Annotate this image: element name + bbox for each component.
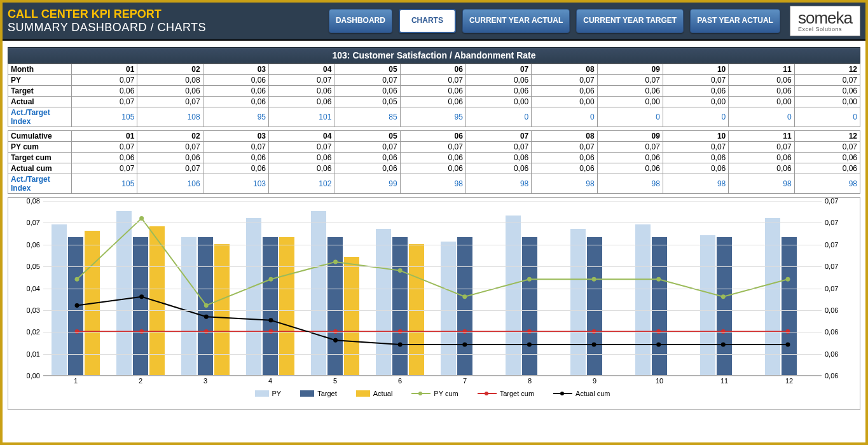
logo-name: someka — [798, 10, 852, 26]
bar-actual-3 — [214, 244, 230, 375]
y-right-tick: 0,07 — [825, 263, 850, 270]
x-tick: 6 — [368, 376, 432, 387]
chart-title: 103: Customer Satisfaction / Abandonment… — [8, 47, 860, 64]
app-frame: CALL CENTER KPI REPORT SUMMARY DASHBOARD… — [0, 0, 868, 445]
chart-container: 0,000,010,020,030,040,050,060,070,080,06… — [8, 197, 860, 410]
x-tick: 12 — [757, 376, 822, 387]
y-right-tick: 0,06 — [825, 306, 850, 314]
x-tick: 10 — [627, 376, 692, 387]
bar-py-9 — [570, 229, 586, 375]
chart-legend: PY Target Actual PY cum Target cum Actua… — [11, 390, 853, 397]
legend-line-pycum — [411, 393, 431, 394]
bar-py-12 — [765, 218, 780, 376]
bars-layer — [43, 211, 822, 375]
y-left-tick: 0,02 — [15, 328, 40, 336]
y-left-tick: 0,00 — [15, 372, 40, 380]
x-tick: 5 — [303, 376, 368, 387]
x-tick: 11 — [692, 376, 757, 387]
y-left-tick: 0,08 — [15, 197, 40, 205]
header: CALL CENTER KPI REPORT SUMMARY DASHBOARD… — [3, 3, 865, 41]
y-right-tick: 0,07 — [825, 219, 850, 226]
legend-label-actualcum: Actual cum — [575, 390, 610, 397]
bar-actual-5 — [344, 257, 359, 375]
x-axis-labels: 123456789101112 — [43, 376, 822, 387]
months-header-row: Month010203040506070809101112 — [8, 64, 860, 75]
y-left-tick: 0,01 — [15, 350, 40, 358]
bar-py-1 — [52, 224, 67, 375]
actual-row: Actual0,070,070,060,060,050,060,000,000,… — [8, 97, 860, 107]
chart-plot-area: 0,000,010,020,030,040,050,060,070,080,06… — [43, 201, 822, 376]
nav-cy-actual-button[interactable]: CURRENT YEAR ACTUAL — [462, 9, 570, 33]
nav-cy-target-button[interactable]: CURRENT YEAR TARGET — [576, 9, 684, 33]
x-tick: 8 — [497, 376, 562, 387]
x-tick: 2 — [108, 376, 173, 387]
nav-charts-button[interactable]: CHARTS — [399, 9, 456, 33]
target-row: Target0,060,060,060,060,060,060,060,060,… — [8, 86, 860, 97]
x-tick: 7 — [432, 376, 497, 387]
x-tick: 1 — [43, 376, 108, 387]
legend-label-pycum: PY cum — [434, 390, 458, 397]
y-left-tick: 0,07 — [15, 219, 40, 226]
bar-py-6 — [376, 229, 391, 375]
x-tick: 9 — [562, 376, 627, 387]
legend-label-targetcum: Target cum — [500, 390, 534, 397]
index-row: Act./Target Index105108951018595000000 — [8, 107, 860, 127]
y-left-tick: 0,06 — [15, 241, 40, 249]
cumulative-table: Cumulative010203040506070809101112 PY cu… — [8, 130, 860, 194]
y-left-tick: 0,04 — [15, 285, 40, 292]
brand-logo: someka Excel Solutions — [790, 6, 860, 36]
y-left-tick: 0,03 — [15, 306, 40, 314]
x-tick: 3 — [173, 376, 238, 387]
y-right-tick: 0,07 — [825, 241, 850, 249]
legend-swatch-target — [300, 390, 314, 397]
bar-actual-2 — [149, 226, 165, 375]
bar-py-2 — [116, 211, 132, 375]
cum-index-row: Act./Target Index10510610310299989898989… — [8, 174, 860, 194]
legend-line-targetcum — [478, 393, 497, 394]
legend-line-actualcum — [553, 393, 572, 394]
actual-cum-row: Actual cum0,070,070,060,060,060,060,060,… — [8, 163, 860, 174]
cum-header-row: Cumulative010203040506070809101112 — [8, 131, 860, 142]
y-right-tick: 0,07 — [825, 285, 850, 292]
legend-swatch-py — [255, 390, 269, 397]
x-tick: 4 — [238, 376, 303, 387]
bar-actual-6 — [409, 244, 424, 375]
y-right-tick: 0,06 — [825, 328, 850, 336]
bar-py-5 — [311, 211, 326, 375]
nav-dashboard-button[interactable]: DASHBOARD — [329, 9, 392, 33]
bar-py-10 — [635, 224, 651, 375]
legend-label-actual: Actual — [373, 390, 393, 397]
y-right-tick: 0,06 — [825, 372, 850, 380]
logo-tagline: Excel Solutions — [798, 26, 852, 32]
nav-py-actual-button[interactable]: PAST YEAR ACTUAL — [690, 9, 780, 33]
bar-py-8 — [506, 216, 521, 375]
report-title: CALL CENTER KPI REPORT — [8, 8, 329, 21]
py-cum-row: PY cum0,070,070,070,070,070,070,070,070,… — [8, 142, 860, 153]
y-right-tick: 0,07 — [825, 197, 850, 205]
legend-label-target: Target — [317, 390, 337, 397]
legend-label-py: PY — [272, 390, 282, 397]
bar-py-4 — [246, 218, 261, 376]
y-right-tick: 0,06 — [825, 350, 850, 358]
monthly-table: Month010203040506070809101112 PY0,070,08… — [8, 64, 860, 127]
target-cum-row: Target cum0,060,060,060,060,060,060,060,… — [8, 153, 860, 163]
py-row: PY0,070,080,060,070,070,070,060,070,070,… — [8, 75, 860, 86]
bar-py-7 — [441, 242, 456, 375]
y-left-tick: 0,05 — [15, 263, 40, 270]
page-subtitle: SUMMARY DASHBOARD / CHARTS — [8, 21, 329, 34]
legend-swatch-actual — [356, 390, 370, 397]
